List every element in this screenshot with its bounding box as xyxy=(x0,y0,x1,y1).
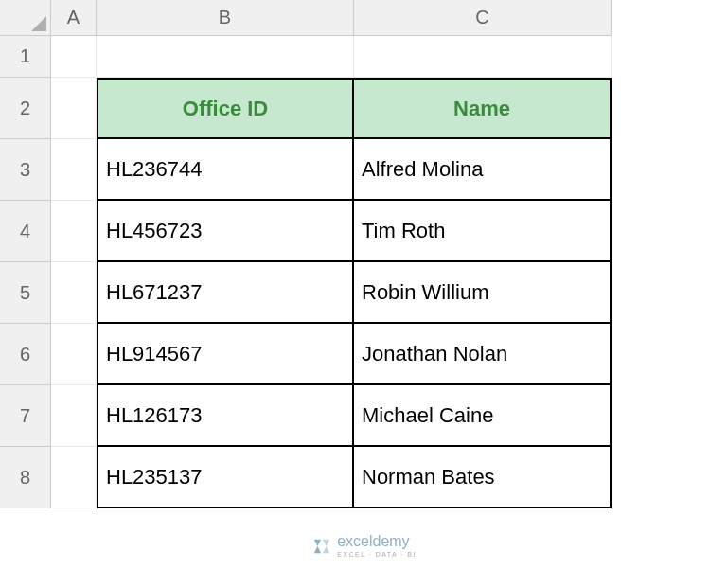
cell-a4[interactable] xyxy=(51,201,97,262)
row-header-4[interactable]: 4 xyxy=(0,201,51,262)
row-header-5[interactable]: 5 xyxy=(0,262,51,324)
cell-a1[interactable] xyxy=(51,36,97,78)
cell-b1[interactable] xyxy=(97,36,354,78)
watermark-text: exceldemy EXCEL · DATA · BI xyxy=(337,534,417,558)
table-row[interactable]: HL671237 xyxy=(97,262,354,324)
table-header-office-id[interactable]: Office ID xyxy=(97,78,354,139)
row-header-1[interactable]: 1 xyxy=(0,36,51,78)
spreadsheet-grid: A B C 1 2 Office ID Name 3 HL236744 Alfr… xyxy=(0,0,727,508)
row-header-6[interactable]: 6 xyxy=(0,324,51,385)
row-header-3[interactable]: 3 xyxy=(0,139,51,201)
table-row[interactable]: Michael Caine xyxy=(354,385,612,447)
table-header-name[interactable]: Name xyxy=(354,78,612,139)
cell-a3[interactable] xyxy=(51,139,97,201)
row-header-2[interactable]: 2 xyxy=(0,78,51,139)
select-all-corner[interactable] xyxy=(0,0,51,36)
cell-a2[interactable] xyxy=(51,78,97,139)
cell-c1[interactable] xyxy=(354,36,612,78)
column-header-a[interactable]: A xyxy=(51,0,97,36)
row-header-7[interactable]: 7 xyxy=(0,385,51,447)
table-row[interactable]: Alfred Molina xyxy=(354,139,612,201)
column-header-c[interactable]: C xyxy=(354,0,612,36)
column-header-b[interactable]: B xyxy=(97,0,354,36)
table-row[interactable]: HL126173 xyxy=(97,385,354,447)
row-header-8[interactable]: 8 xyxy=(0,447,51,508)
table-row[interactable]: HL914567 xyxy=(97,324,354,385)
exceldemy-logo-icon xyxy=(310,536,331,557)
watermark-tagline: EXCEL · DATA · BI xyxy=(337,551,417,558)
table-row[interactable]: Jonathan Nolan xyxy=(354,324,612,385)
table-row[interactable]: Tim Roth xyxy=(354,201,612,262)
table-row[interactable]: Robin Willium xyxy=(354,262,612,324)
cell-a5[interactable] xyxy=(51,262,97,324)
watermark: exceldemy EXCEL · DATA · BI xyxy=(310,534,417,558)
watermark-brand: exceldemy xyxy=(337,534,417,549)
table-row[interactable]: HL236744 xyxy=(97,139,354,201)
cell-a7[interactable] xyxy=(51,385,97,447)
cell-a8[interactable] xyxy=(51,447,97,508)
cell-a6[interactable] xyxy=(51,324,97,385)
table-row[interactable]: HL235137 xyxy=(97,447,354,508)
table-row[interactable]: HL456723 xyxy=(97,201,354,262)
table-row[interactable]: Norman Bates xyxy=(354,447,612,508)
